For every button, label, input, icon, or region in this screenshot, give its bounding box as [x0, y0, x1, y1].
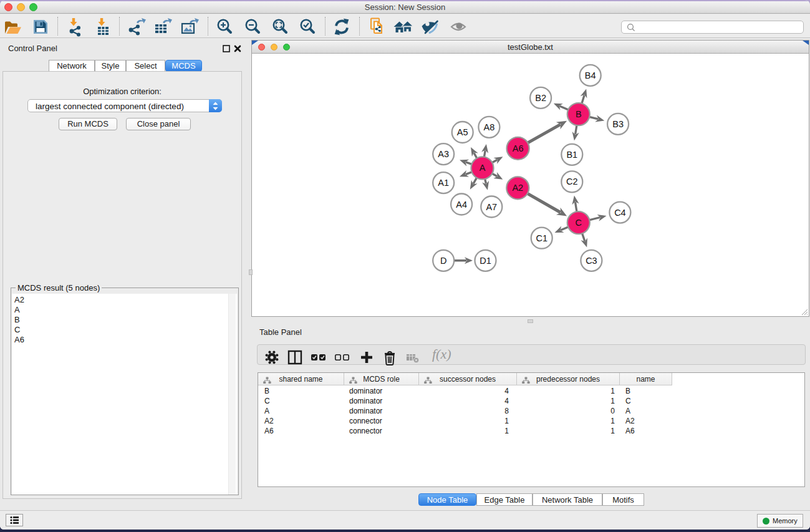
svg-text:B4: B4 [585, 70, 596, 80]
svg-text:D1: D1 [480, 256, 491, 266]
svg-text:A: A [480, 163, 486, 173]
svg-text:B: B [576, 109, 582, 119]
svg-text:C3: C3 [586, 256, 597, 266]
svg-text:A1: A1 [438, 178, 449, 188]
svg-text:A8: A8 [484, 122, 495, 132]
svg-text:B1: B1 [566, 150, 577, 160]
svg-text:A6: A6 [513, 143, 524, 153]
svg-text:A7: A7 [486, 202, 497, 212]
svg-text:A2: A2 [512, 183, 523, 193]
svg-text:C: C [576, 218, 582, 228]
svg-text:A4: A4 [456, 200, 467, 210]
svg-text:C2: C2 [566, 177, 578, 186]
svg-text:B2: B2 [535, 93, 546, 103]
svg-text:C4: C4 [614, 208, 626, 218]
svg-text:A3: A3 [438, 149, 449, 159]
svg-text:A5: A5 [457, 127, 468, 137]
svg-text:B3: B3 [612, 119, 624, 129]
svg-text:C1: C1 [536, 233, 547, 243]
svg-text:D: D [440, 256, 446, 266]
